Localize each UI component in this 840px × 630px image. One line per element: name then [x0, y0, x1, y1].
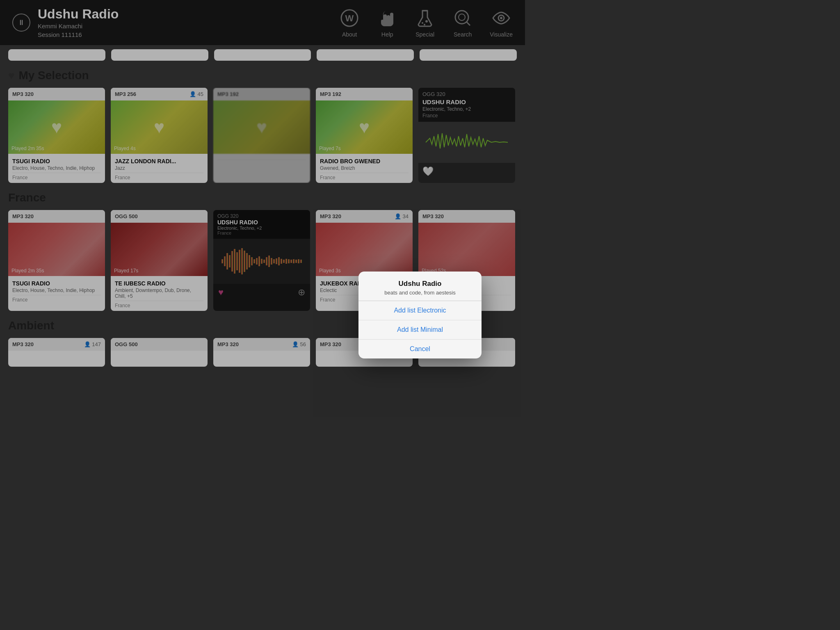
- dialog-title: Udshu Radio: [367, 280, 473, 288]
- dialog-overlay[interactable]: Udshu Radio beats and code, from aestesi…: [0, 0, 525, 394]
- add-minimal-button[interactable]: Add list Minimal: [358, 320, 482, 340]
- add-to-list-dialog: Udshu Radio beats and code, from aestesi…: [358, 272, 482, 358]
- dialog-subtitle: beats and code, from aestesis: [367, 290, 473, 296]
- add-electronic-button[interactable]: Add list Electronic: [358, 301, 482, 320]
- dialog-cancel-button[interactable]: Cancel: [358, 340, 482, 358]
- dialog-title-area: Udshu Radio beats and code, from aestesi…: [358, 272, 482, 301]
